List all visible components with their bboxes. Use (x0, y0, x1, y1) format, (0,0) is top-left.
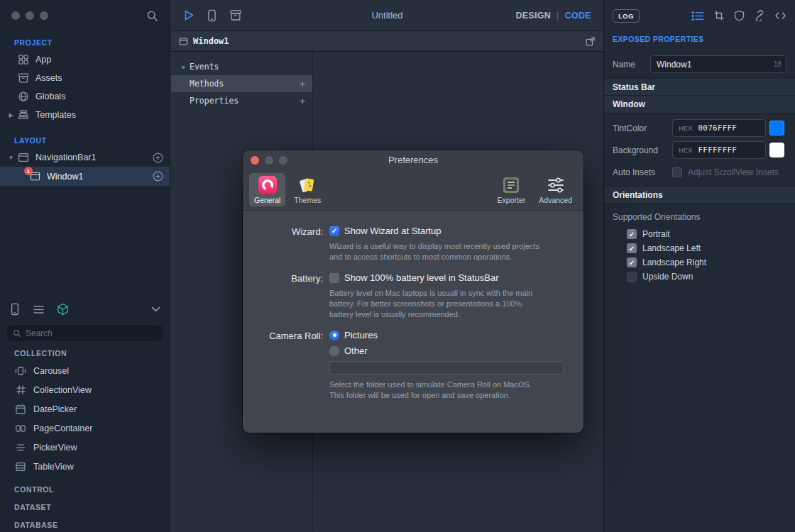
window-icon (179, 37, 188, 46)
app-icon (16, 54, 30, 65)
library-item-label: PickerView (33, 443, 77, 453)
sidebar-item-label: Window1 (47, 172, 83, 182)
shield-icon[interactable] (734, 10, 745, 21)
library-item-pagecontainer[interactable]: PageContainer (0, 419, 170, 438)
add-method-button[interactable]: + (300, 79, 305, 89)
library-item-carousel[interactable]: Carousel (0, 361, 170, 380)
sidebar-item-navigationbar1[interactable]: ▼ NavigationBar1 (0, 148, 170, 167)
orientation-row-upside-down: Upside Down (604, 270, 795, 284)
open-external-icon[interactable] (585, 36, 596, 47)
add-child-button[interactable] (153, 171, 163, 182)
simulator-icon[interactable] (207, 9, 217, 22)
portrait-checkbox[interactable]: ✓ (627, 229, 637, 239)
close-window-button[interactable] (11, 11, 20, 20)
general-icon (258, 176, 277, 194)
sidebar-item-assets[interactable]: Assets (0, 69, 170, 87)
character-count: 18 (774, 60, 782, 68)
battery-checkbox[interactable] (329, 273, 339, 283)
tree-item-methods[interactable]: Methods + (171, 75, 312, 92)
control-section-header[interactable]: CONTROL (14, 485, 170, 494)
tree-item-properties[interactable]: Properties + (171, 92, 312, 109)
tab-general[interactable]: General (249, 173, 285, 206)
library-search-field[interactable] (7, 325, 163, 341)
tree-item-events[interactable]: ▶ Events (171, 58, 312, 75)
code-mode-button[interactable]: CODE (565, 11, 591, 21)
background-swatch[interactable] (769, 143, 784, 157)
library-item-label: Carousel (33, 366, 69, 376)
library-item-label: CollectionView (33, 385, 92, 395)
archive-icon[interactable] (229, 9, 242, 21)
camera-roll-label: Camera Roll: (243, 330, 329, 400)
code-tag-icon[interactable] (774, 11, 786, 21)
collection-section-header: COLLECTION (14, 349, 170, 358)
properties-list-icon[interactable] (691, 11, 704, 21)
battery-description: Battery level on Mac laptops is usuall i… (329, 288, 546, 319)
search-input[interactable] (26, 328, 157, 338)
dataset-section-header[interactable]: DATASET (14, 503, 170, 511)
run-icon[interactable] (183, 9, 194, 21)
search-icon[interactable] (146, 10, 158, 22)
adjust-scrollview-checkbox[interactable] (672, 167, 682, 177)
sidebar-item-globals[interactable]: Globals (0, 87, 170, 106)
minimize-window-button[interactable] (26, 11, 34, 20)
database-section-header[interactable]: DATABASE (14, 521, 170, 529)
preferences-titlebar[interactable]: Preferences (243, 150, 583, 170)
camera-roll-setting-row: Camera Roll: Pictures Other Select the f… (243, 330, 566, 400)
name-input[interactable] (650, 55, 786, 73)
status-bar-section-header[interactable]: Status Bar (604, 78, 795, 96)
wizard-checkbox[interactable]: ✓ (329, 226, 339, 236)
library-item-tableview[interactable]: TableView (0, 457, 170, 476)
tree-item-label: Events (190, 62, 219, 72)
pictures-radio[interactable] (329, 331, 339, 340)
search-icon (13, 329, 21, 338)
tintcolor-swatch[interactable] (769, 121, 784, 135)
widget-library: COLLECTION Carousel CollectionView DateP… (0, 297, 170, 532)
navigationbar-icon (16, 152, 30, 163)
close-dialog-button[interactable] (251, 156, 259, 165)
zoom-window-button[interactable] (40, 11, 48, 20)
device-tab-icon[interactable] (9, 303, 21, 316)
log-button[interactable]: LOG (613, 9, 640, 23)
tab-themes[interactable]: Themes (289, 173, 326, 206)
library-item-pickerview[interactable]: PickerView (0, 438, 170, 457)
design-mode-button[interactable]: DESIGN (515, 11, 551, 21)
tree-item-label: Properties (190, 96, 238, 106)
library-item-collectionview[interactable]: CollectionView (0, 380, 170, 399)
add-property-button[interactable]: + (300, 96, 305, 106)
disclosure-right-icon[interactable]: ▶ (6, 112, 16, 118)
tab-exporter[interactable]: Exporter (493, 173, 531, 206)
sidebar-item-templates[interactable]: ▶ Templates (0, 106, 170, 124)
editor-toolbar: Untitled DESIGN | CODE (171, 0, 603, 31)
background-hex-field[interactable]: HEX FFFFFFFF (672, 141, 766, 159)
zoom-dialog-button (279, 156, 287, 165)
library-item-datepicker[interactable]: DatePicker (0, 399, 170, 419)
cube-tab-icon[interactable] (57, 303, 69, 316)
auto-insets-label: Auto Insets (613, 167, 672, 177)
library-toolbar (0, 297, 170, 322)
orientations-section-header[interactable]: Orientations (604, 186, 795, 204)
list-tab-icon[interactable] (33, 304, 45, 315)
sidebar-item-label: Globals (35, 92, 65, 101)
add-child-button[interactable] (153, 153, 163, 163)
wizard-setting-row: Wizard: ✓ Show Wizard at Startup Wizard … (243, 226, 566, 262)
upside-down-checkbox[interactable] (627, 272, 637, 282)
disclosure-down-icon[interactable]: ▼ (6, 155, 16, 161)
orientation-row-landscape-left: ✓ Landscape Left (604, 241, 795, 255)
link-icon[interactable] (754, 10, 765, 21)
constraints-icon[interactable] (713, 10, 725, 21)
window-section-header[interactable]: Window (604, 96, 795, 113)
camera-roll-folder-input[interactable] (329, 361, 564, 375)
chevron-down-icon[interactable] (151, 306, 160, 312)
library-item-label: TableView (33, 462, 74, 472)
landscape-left-checkbox[interactable]: ✓ (627, 243, 637, 253)
layout-section-header: LAYOUT (14, 136, 170, 145)
code-file-title: Window1 (193, 36, 229, 46)
name-label: Name (613, 60, 641, 70)
tab-advanced[interactable]: Advanced (534, 173, 577, 206)
other-radio[interactable] (329, 346, 339, 356)
disclosure-right-icon[interactable]: ▶ (178, 64, 190, 70)
sidebar-item-window1[interactable]: 1 Window1 (0, 167, 170, 186)
tintcolor-hex-field[interactable]: HEX 0076FFFF (672, 119, 766, 137)
sidebar-item-app[interactable]: App (0, 50, 170, 69)
landscape-right-checkbox[interactable]: ✓ (627, 257, 637, 267)
